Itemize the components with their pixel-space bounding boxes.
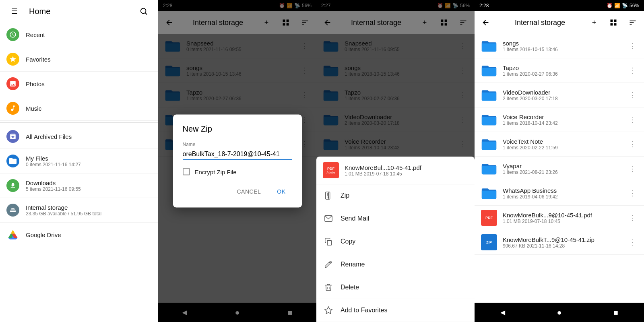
internal-text: Internal storage 23.35 GB available / 51…: [26, 204, 101, 217]
grid-button-4[interactable]: [605, 14, 621, 31]
favorites-text: Favorites: [26, 56, 51, 63]
divider: [0, 122, 158, 123]
file-item-songs-4[interactable]: songs 1 items 2018-10-15 13:46 ⋮: [475, 34, 644, 58]
add-button-4[interactable]: +: [586, 14, 602, 31]
more-icon[interactable]: ⋮: [627, 236, 638, 248]
dialog-actions: CANCEL OK: [183, 185, 292, 198]
ok-button[interactable]: OK: [270, 185, 292, 198]
sidebar-item-photos[interactable]: Photos: [0, 72, 158, 96]
file-meta: 906.67 KB 2021-11-16 14:28: [503, 243, 621, 249]
favorites-label: Favorites: [26, 56, 51, 63]
file-item-wabusiness-4[interactable]: WhatsApp Business 1 items 2019-04-06 19:…: [475, 181, 644, 206]
svg-line-1: [145, 13, 147, 14]
file-info: KnowMoreBulk...9@10-45-41.pdf 1.01 MB 20…: [503, 212, 621, 224]
file-info: Voice Recorder 1 items 2018-10-14 23:42: [503, 114, 621, 126]
context-item-zip[interactable]: Zip: [316, 184, 475, 207]
file-item-viddown-4[interactable]: VideoDownloader 2 items 2020-03-20 17:18…: [475, 83, 644, 107]
zip-label: Zip: [341, 192, 349, 199]
more-icon[interactable]: ⋮: [627, 212, 638, 224]
star-icon: [323, 305, 334, 316]
file-info: VoiceText Note 1 items 2020-02-22 11:59: [503, 138, 621, 151]
sidebar-item-myfiles[interactable]: My Files 0 items 2021-11-16 14:27: [0, 149, 158, 173]
svg-rect-5: [328, 196, 329, 198]
file-name: Tapzo: [503, 64, 621, 71]
context-header: PDF Adobe KnowMoreBul...10-45-41.pdf 1.0…: [316, 157, 475, 184]
more-icon[interactable]: ⋮: [627, 64, 638, 76]
file-item-zip-4[interactable]: ZIP KnowMoreBulkT...9@10-45-41.zip 906.6…: [475, 230, 644, 255]
context-item-copy[interactable]: Copy: [316, 230, 475, 253]
sidebar-item-internal[interactable]: Internal storage 23.35 GB available / 51…: [0, 198, 158, 223]
back-button-4[interactable]: [478, 14, 494, 31]
status-bar-4: 2:28 ⏰ 📶 📡 56%: [475, 0, 644, 11]
file-meta: 2 items 2020-03-20 17:18: [503, 96, 621, 101]
file-info: songs 1 items 2018-10-15 13:46: [503, 40, 621, 52]
photos-text: Photos: [26, 80, 45, 87]
sort-button-4[interactable]: [625, 14, 641, 31]
dialog-name-label: Name: [183, 142, 292, 147]
fm-title-4: Internal storage: [497, 19, 583, 27]
p4-header: Internal storage +: [475, 11, 644, 34]
status-icons-4: ⏰ 📶 📡 56%: [607, 3, 639, 8]
sidebar-item-gdrive[interactable]: Google Drive: [0, 223, 158, 247]
sidebar-item-recent[interactable]: Recent: [0, 23, 158, 47]
file-item-tapzo-4[interactable]: Tapzo 1 items 2020-02-27 06:36 ⋮: [475, 58, 644, 83]
file-meta: 1 items 2021-08-21 23:26: [503, 169, 621, 175]
cancel-button[interactable]: CANCEL: [230, 185, 267, 198]
favorites-label: Add to Favorites: [341, 307, 388, 314]
context-item-favorites[interactable]: Add to Favorites: [316, 299, 475, 322]
more-icon[interactable]: ⋮: [627, 187, 638, 199]
file-meta: 1 items 2020-02-22 11:59: [503, 145, 621, 151]
recent-text: Recent: [26, 31, 45, 38]
downloads-text: Downloads 5 items 2021-11-16 09:55: [26, 180, 81, 192]
folder-icon: [481, 87, 497, 103]
encrypt-checkbox[interactable]: [183, 168, 190, 175]
folder-icon: [481, 38, 497, 54]
archived-text: All Archived Files: [26, 133, 72, 140]
sidebar-item-downloads[interactable]: Downloads 5 items 2021-11-16 09:55: [0, 173, 158, 198]
pdf-icon: PDF Adobe: [323, 162, 339, 178]
folder-icon: [481, 62, 497, 78]
home-nav-4[interactable]: ●: [549, 303, 569, 322]
menu-icon[interactable]: ☰: [6, 3, 23, 19]
myfiles-text: My Files 0 items 2021-11-16 14:27: [26, 155, 81, 167]
zip-name-input[interactable]: [183, 149, 292, 160]
svg-point-0: [141, 8, 146, 14]
file-item-voicetext-4[interactable]: VoiceText Note 1 items 2020-02-22 11:59 …: [475, 132, 644, 157]
battery-icon-4: 56%: [630, 3, 639, 8]
copy-icon: [323, 236, 334, 247]
more-icon[interactable]: ⋮: [627, 40, 638, 52]
encrypt-label: Encrypt Zip File: [195, 168, 237, 175]
file-item-pdf-4[interactable]: PDF KnowMoreBulk...9@10-45-41.pdf 1.01 M…: [475, 206, 644, 230]
file-meta: 1 items 2018-10-14 23:42: [503, 120, 621, 126]
sidebar-item-archived[interactable]: All Archived Files: [0, 124, 158, 149]
svg-point-3: [14, 211, 15, 212]
recent-nav-4[interactable]: ■: [606, 303, 625, 322]
home-panel: ☰ Home Recent Favorites: [0, 0, 158, 322]
context-item-delete[interactable]: Delete: [316, 276, 475, 299]
file-name: KnowMoreBulk...9@10-45-41.pdf: [503, 212, 621, 219]
recent-label: Recent: [26, 31, 45, 38]
recent-icon: [6, 28, 19, 41]
more-icon[interactable]: ⋮: [627, 163, 638, 175]
music-text: Music: [26, 105, 41, 112]
svg-marker-8: [325, 307, 332, 314]
internal-icon: [6, 204, 19, 217]
back-nav-4[interactable]: ◄: [493, 303, 512, 322]
more-icon[interactable]: ⋮: [627, 138, 638, 150]
more-icon[interactable]: ⋮: [627, 114, 638, 126]
alarm-icon-4: ⏰: [607, 3, 613, 8]
context-item-sendmail[interactable]: Send Mail: [316, 207, 475, 230]
file-info: KnowMoreBulkT...9@10-45-41.zip 906.67 KB…: [503, 236, 621, 249]
context-item-rename[interactable]: Rename: [316, 253, 475, 276]
sidebar-item-music[interactable]: Music: [0, 96, 158, 121]
file-info: WhatsApp Business 1 items 2019-04-06 19:…: [503, 187, 621, 200]
sidebar-item-favorites[interactable]: Favorites: [0, 47, 158, 72]
file-item-voice-4[interactable]: Voice Recorder 1 items 2018-10-14 23:42 …: [475, 107, 644, 132]
file-item-vyapar-4[interactable]: Vyapar 1 items 2021-08-21 23:26 ⋮: [475, 157, 644, 181]
bottom-nav-4: ◄ ● ■: [475, 303, 644, 322]
more-icon[interactable]: ⋮: [627, 89, 638, 101]
file-meta: 1 items 2019-04-06 19:42: [503, 194, 621, 200]
folder-icon: [481, 185, 497, 201]
downloads-sub: 5 items 2021-11-16 09:55: [26, 186, 81, 192]
search-icon[interactable]: [136, 3, 152, 19]
